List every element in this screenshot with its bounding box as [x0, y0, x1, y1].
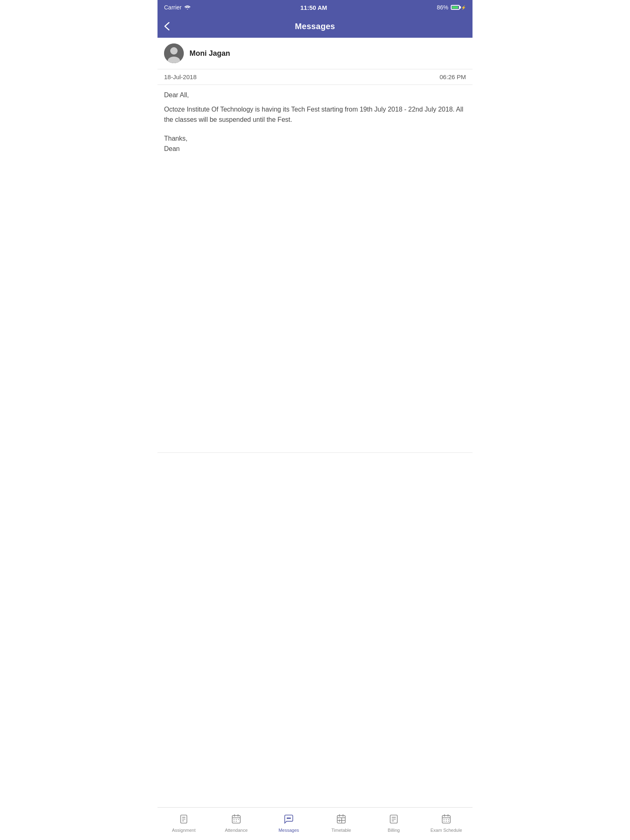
content-spacer [158, 453, 472, 807]
exam-schedule-icon [441, 814, 452, 826]
sender-name: Moni Jagan [189, 49, 230, 58]
messages-icon [283, 814, 294, 826]
tab-messages[interactable]: Messages [262, 814, 315, 833]
wifi-icon [184, 4, 191, 11]
attendance-label: Attendance [225, 828, 248, 833]
back-button[interactable] [164, 22, 180, 31]
message-time: 06:26 PM [440, 73, 466, 80]
message-signature: Thanks, Dean [164, 133, 466, 154]
tab-timetable[interactable]: Timetable [315, 814, 368, 833]
header: Messages [158, 15, 472, 38]
timetable-label: Timetable [331, 828, 351, 833]
tab-attendance[interactable]: Attendance [210, 814, 262, 833]
exam-schedule-label: Exam Schedule [430, 828, 462, 833]
assignment-label: Assignment [172, 828, 195, 833]
timetable-icon [336, 814, 347, 826]
message-date: 18-Jul-2018 [164, 73, 196, 80]
battery-icon: ⚡ [451, 5, 466, 10]
status-right: 86% ⚡ [437, 4, 466, 11]
svg-point-17 [288, 817, 289, 818]
svg-point-18 [290, 817, 290, 818]
tab-bar: Assignment Attendance [158, 807, 472, 840]
status-left: Carrier [164, 4, 191, 11]
message-body: Dear All, Octoze Institute Of Technology… [158, 85, 472, 453]
billing-label: Billing [388, 828, 399, 833]
sign-line1: Thanks, [164, 135, 187, 142]
tab-billing[interactable]: Billing [368, 814, 420, 833]
sender-row: Moni Jagan [158, 38, 472, 69]
attendance-icon [231, 814, 242, 826]
svg-point-16 [287, 817, 288, 818]
date-row: 18-Jul-2018 06:26 PM [158, 69, 472, 85]
assignment-icon [178, 814, 189, 826]
header-title: Messages [295, 22, 335, 31]
status-bar: Carrier 11:50 AM 86% ⚡ [158, 0, 472, 15]
sign-line2: Dean [164, 145, 180, 152]
messages-label: Messages [278, 828, 299, 833]
tab-exam-schedule[interactable]: Exam Schedule [420, 814, 472, 833]
billing-icon [388, 814, 399, 826]
svg-rect-19 [337, 815, 345, 823]
svg-point-1 [170, 47, 178, 55]
message-content: Octoze Institute Of Technology is having… [164, 105, 466, 125]
battery-percent: 86% [437, 4, 448, 11]
message-greeting: Dear All, [164, 91, 466, 99]
carrier-label: Carrier [164, 4, 182, 11]
tab-assignment[interactable]: Assignment [158, 814, 210, 833]
status-time: 11:50 AM [300, 4, 327, 11]
avatar [164, 43, 184, 63]
